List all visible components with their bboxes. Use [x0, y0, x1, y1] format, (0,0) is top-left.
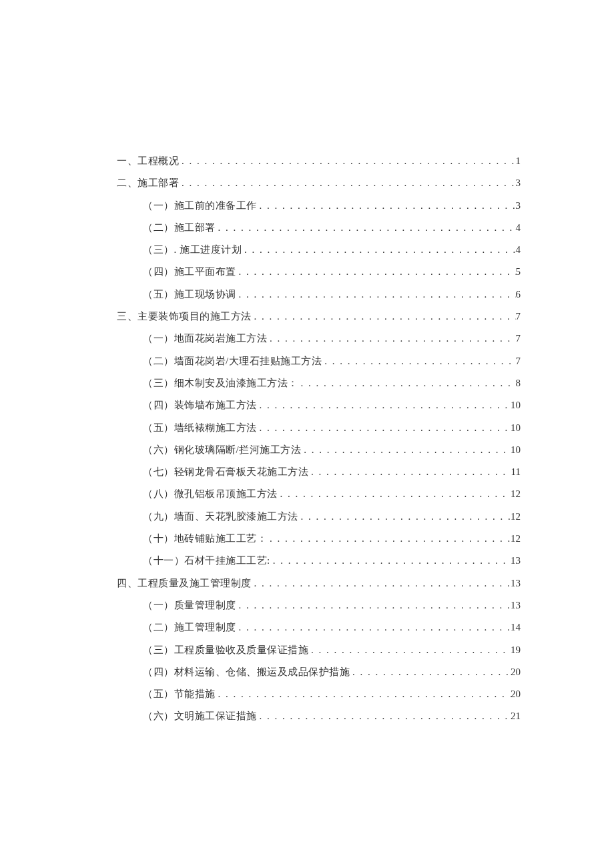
toc-entry-title: （三）细木制安及油漆施工方法： [143, 372, 298, 394]
toc-entry-title: 一、工程概况 [117, 150, 179, 172]
toc-entry-page: 4 [516, 239, 521, 261]
toc-entry-title: （一）施工前的准备工作 [143, 195, 257, 217]
toc-entry-title: （十一）石材干挂施工工艺: [143, 550, 270, 572]
toc-entry: （七）轻钢龙骨石膏板天花施工方法11 [117, 461, 521, 483]
toc-leader-dots [267, 528, 511, 550]
toc-entry-title: （四）装饰墙布施工方法 [143, 394, 257, 416]
toc-entry-title: （五）节能措施 [143, 683, 216, 705]
toc-entry-title: （六）钢化玻璃隔断/拦河施工方法 [143, 439, 301, 461]
toc-leader-dots [242, 239, 516, 261]
toc-entry-page: 4 [516, 217, 521, 239]
toc-entry-page: 8 [516, 372, 521, 394]
toc-entry: （一）质量管理制度13 [117, 594, 521, 616]
table-of-contents: 一、工程概况1二、施工部署3（一）施工前的准备工作3（二）施工部署4（三）. 施… [117, 150, 521, 728]
toc-entry-title: （二）施工部署 [143, 217, 216, 239]
toc-leader-dots [308, 639, 511, 661]
toc-entry: （二）墙面花岗岩/大理石挂贴施工方法7 [117, 350, 521, 372]
toc-entry-title: （一）地面花岗岩施工方法 [143, 328, 267, 350]
toc-entry-title: （八）微孔铝板吊顶施工方法 [143, 483, 278, 505]
toc-entry: （九）墙面、天花乳胶漆施工方法12 [117, 506, 521, 528]
toc-leader-dots [301, 439, 511, 461]
toc-entry-title: （三）工程质量验收及质量保证措施 [143, 639, 308, 661]
toc-leader-dots [252, 572, 511, 594]
toc-entry: （四）材料运输、仓储、搬运及成品保护措施20 [117, 661, 521, 683]
toc-entry: （三）. 施工进度计划4 [117, 239, 521, 261]
toc-entry: （十一）石材干挂施工工艺:13 [117, 550, 521, 572]
toc-leader-dots [257, 417, 511, 439]
toc-entry-title: （十）地砖铺贴施工工艺： [143, 528, 267, 550]
toc-leader-dots [236, 594, 511, 616]
toc-leader-dots [216, 217, 516, 239]
toc-leader-dots [322, 350, 515, 372]
toc-entry-title: （五）墙纸裱糊施工方法 [143, 417, 257, 439]
toc-entry-title: （三）. 施工进度计划 [143, 239, 242, 261]
toc-leader-dots [179, 172, 516, 194]
toc-entry-title: （五）施工现场协调 [143, 284, 236, 306]
toc-entry: （六）钢化玻璃隔断/拦河施工方法10 [117, 439, 521, 461]
toc-entry: （五）施工现场协调6 [117, 284, 521, 306]
toc-leader-dots [257, 705, 511, 727]
toc-entry-page: 20 [511, 683, 521, 705]
toc-entry-page: 19 [511, 639, 521, 661]
toc-entry: （十）地砖铺贴施工工艺：12 [117, 528, 521, 550]
toc-entry: （三）细木制安及油漆施工方法：8 [117, 372, 521, 394]
toc-leader-dots [257, 195, 516, 217]
toc-leader-dots [350, 661, 511, 683]
toc-entry-page: 12 [511, 483, 521, 505]
toc-entry-page: 5 [516, 261, 521, 283]
toc-leader-dots [236, 616, 511, 638]
toc-entry-title: （二）施工管理制度 [143, 616, 236, 638]
toc-entry-title: （一）质量管理制度 [143, 594, 236, 616]
toc-entry-title: （四）材料运输、仓储、搬运及成品保护措施 [143, 661, 350, 683]
toc-entry: （五）节能措施20 [117, 683, 521, 705]
toc-entry-title: 三、主要装饰项目的施工方法 [117, 306, 252, 328]
toc-leader-dots [252, 306, 516, 328]
toc-entry-title: 四、工程质量及施工管理制度 [117, 572, 252, 594]
toc-entry-page: 7 [516, 350, 521, 372]
toc-entry-page: 12 [511, 506, 521, 528]
toc-entry-page: 13 [511, 572, 521, 594]
toc-entry: （一）地面花岗岩施工方法7 [117, 328, 521, 350]
toc-entry-page: 7 [516, 328, 521, 350]
toc-entry-page: 13 [511, 594, 521, 616]
toc-entry: （八）微孔铝板吊顶施工方法12 [117, 483, 521, 505]
toc-entry-page: 10 [511, 394, 521, 416]
toc-leader-dots [298, 506, 511, 528]
toc-entry-page: 6 [516, 284, 521, 306]
toc-entry-page: 12 [511, 528, 521, 550]
toc-leader-dots [278, 483, 511, 505]
toc-entry: （四）施工平面布置5 [117, 261, 521, 283]
toc-entry-title: （九）墙面、天花乳胶漆施工方法 [143, 506, 298, 528]
toc-leader-dots [236, 261, 516, 283]
toc-leader-dots [298, 372, 516, 394]
toc-leader-dots [270, 550, 511, 572]
toc-entry-page: 11 [511, 461, 521, 483]
toc-entry-page: 10 [511, 417, 521, 439]
toc-entry-page: 21 [511, 705, 521, 727]
toc-entry: （一）施工前的准备工作3 [117, 195, 521, 217]
toc-entry: （五）墙纸裱糊施工方法10 [117, 417, 521, 439]
toc-entry-page: 20 [511, 661, 521, 683]
toc-entry: 一、工程概况1 [117, 150, 521, 172]
toc-entry-page: 1 [516, 150, 521, 172]
toc-entry-title: 二、施工部署 [117, 172, 179, 194]
toc-entry-title: （四）施工平面布置 [143, 261, 236, 283]
toc-entry-page: 14 [511, 616, 521, 638]
toc-leader-dots [267, 328, 516, 350]
toc-leader-dots [179, 150, 516, 172]
toc-leader-dots [257, 394, 511, 416]
toc-entry-page: 10 [511, 439, 521, 461]
toc-entry-page: 3 [516, 195, 521, 217]
toc-leader-dots [216, 683, 511, 705]
toc-entry: （三）工程质量验收及质量保证措施19 [117, 639, 521, 661]
toc-entry: 三、主要装饰项目的施工方法7 [117, 306, 521, 328]
toc-leader-dots [308, 461, 511, 483]
toc-entry-page: 13 [511, 550, 521, 572]
toc-entry: （六）文明施工保证措施21 [117, 705, 521, 727]
toc-entry: （二）施工部署4 [117, 217, 521, 239]
toc-entry-title: （六）文明施工保证措施 [143, 705, 257, 727]
toc-entry: 二、施工部署3 [117, 172, 521, 194]
toc-entry-title: （二）墙面花岗岩/大理石挂贴施工方法 [143, 350, 322, 372]
toc-entry: （二）施工管理制度14 [117, 616, 521, 638]
toc-entry: 四、工程质量及施工管理制度13 [117, 572, 521, 594]
